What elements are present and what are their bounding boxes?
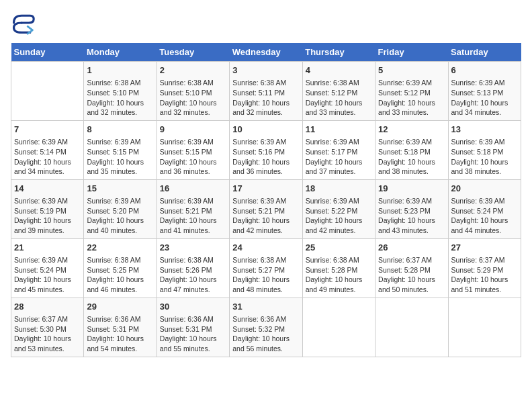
week-row-4: 21Sunrise: 6:39 AMSunset: 5:24 PMDayligh…	[11, 238, 521, 298]
calendar-cell: 6Sunrise: 6:39 AMSunset: 5:13 PMDaylight…	[448, 62, 521, 121]
day-number: 31	[232, 301, 299, 313]
calendar-cell: 31Sunrise: 6:36 AMSunset: 5:32 PMDayligh…	[230, 298, 302, 357]
calendar-cell: 1Sunrise: 6:38 AMSunset: 5:10 PMDaylight…	[84, 62, 157, 121]
day-info: Sunrise: 6:36 AMSunset: 5:31 PMDaylight:…	[160, 314, 226, 354]
weekday-header-sunday: Sunday	[11, 43, 84, 62]
calendar-cell: 26Sunrise: 6:37 AMSunset: 5:28 PMDayligh…	[375, 238, 448, 298]
week-row-3: 14Sunrise: 6:39 AMSunset: 5:19 PMDayligh…	[11, 179, 521, 238]
day-number: 14	[14, 183, 81, 195]
day-info: Sunrise: 6:39 AMSunset: 5:21 PMDaylight:…	[160, 196, 226, 236]
calendar-cell: 8Sunrise: 6:39 AMSunset: 5:15 PMDaylight…	[84, 120, 157, 179]
day-number: 12	[378, 124, 445, 136]
week-row-1: 1Sunrise: 6:38 AMSunset: 5:10 PMDaylight…	[11, 62, 521, 121]
logo-icon	[11, 11, 35, 35]
calendar-cell	[11, 62, 84, 121]
calendar-cell: 20Sunrise: 6:39 AMSunset: 5:24 PMDayligh…	[448, 179, 521, 238]
day-info: Sunrise: 6:39 AMSunset: 5:17 PMDaylight:…	[306, 137, 372, 177]
weekday-header-row: SundayMondayTuesdayWednesdayThursdayFrid…	[11, 43, 521, 62]
weekday-header-monday: Monday	[84, 43, 157, 62]
day-number: 30	[160, 301, 226, 313]
day-info: Sunrise: 6:37 AMSunset: 5:28 PMDaylight:…	[378, 255, 445, 295]
day-number: 25	[306, 242, 372, 254]
calendar-cell: 22Sunrise: 6:38 AMSunset: 5:25 PMDayligh…	[84, 238, 157, 298]
day-number: 7	[14, 124, 81, 136]
day-number: 1	[87, 64, 153, 77]
day-info: Sunrise: 6:39 AMSunset: 5:19 PMDaylight:…	[14, 196, 81, 236]
day-number: 26	[378, 242, 445, 254]
day-number: 15	[87, 183, 153, 195]
day-info: Sunrise: 6:39 AMSunset: 5:23 PMDaylight:…	[378, 196, 445, 236]
day-info: Sunrise: 6:39 AMSunset: 5:16 PMDaylight:…	[232, 137, 299, 177]
calendar-cell: 9Sunrise: 6:39 AMSunset: 5:15 PMDaylight…	[157, 120, 229, 179]
calendar-cell: 30Sunrise: 6:36 AMSunset: 5:31 PMDayligh…	[157, 298, 229, 357]
calendar-table: SundayMondayTuesdayWednesdayThursdayFrid…	[11, 43, 521, 357]
day-number: 21	[14, 242, 81, 254]
weekday-header-wednesday: Wednesday	[230, 43, 302, 62]
day-info: Sunrise: 6:38 AMSunset: 5:26 PMDaylight:…	[160, 255, 226, 295]
calendar-cell	[302, 298, 375, 357]
day-info: Sunrise: 6:39 AMSunset: 5:15 PMDaylight:…	[87, 137, 153, 177]
day-number: 17	[232, 183, 299, 195]
calendar-cell: 2Sunrise: 6:38 AMSunset: 5:10 PMDaylight…	[157, 62, 229, 121]
day-info: Sunrise: 6:38 AMSunset: 5:10 PMDaylight:…	[87, 78, 153, 118]
day-number: 8	[87, 124, 153, 136]
day-number: 20	[451, 183, 518, 195]
day-number: 27	[451, 242, 518, 254]
calendar-cell: 3Sunrise: 6:38 AMSunset: 5:11 PMDaylight…	[230, 62, 302, 121]
day-info: Sunrise: 6:39 AMSunset: 5:24 PMDaylight:…	[14, 255, 81, 295]
weekday-header-thursday: Thursday	[302, 43, 375, 62]
calendar-cell: 12Sunrise: 6:39 AMSunset: 5:18 PMDayligh…	[375, 120, 448, 179]
weekday-header-saturday: Saturday	[448, 43, 521, 62]
day-number: 23	[160, 242, 226, 254]
day-info: Sunrise: 6:39 AMSunset: 5:20 PMDaylight:…	[87, 196, 153, 236]
logo	[11, 11, 38, 35]
day-info: Sunrise: 6:38 AMSunset: 5:25 PMDaylight:…	[87, 255, 153, 295]
week-row-2: 7Sunrise: 6:39 AMSunset: 5:14 PMDaylight…	[11, 120, 521, 179]
day-number: 5	[378, 64, 445, 77]
day-info: Sunrise: 6:39 AMSunset: 5:21 PMDaylight:…	[232, 196, 299, 236]
calendar-cell	[375, 298, 448, 357]
day-info: Sunrise: 6:39 AMSunset: 5:22 PMDaylight:…	[306, 196, 372, 236]
calendar-cell: 4Sunrise: 6:38 AMSunset: 5:12 PMDaylight…	[302, 62, 375, 121]
day-info: Sunrise: 6:38 AMSunset: 5:11 PMDaylight:…	[232, 78, 299, 118]
calendar-cell: 16Sunrise: 6:39 AMSunset: 5:21 PMDayligh…	[157, 179, 229, 238]
calendar-cell: 25Sunrise: 6:38 AMSunset: 5:28 PMDayligh…	[302, 238, 375, 298]
day-info: Sunrise: 6:39 AMSunset: 5:14 PMDaylight:…	[14, 137, 81, 177]
day-number: 13	[451, 124, 518, 136]
day-info: Sunrise: 6:39 AMSunset: 5:12 PMDaylight:…	[378, 78, 445, 118]
calendar-cell: 5Sunrise: 6:39 AMSunset: 5:12 PMDaylight…	[375, 62, 448, 121]
day-number: 24	[232, 242, 299, 254]
day-number: 6	[451, 64, 518, 77]
week-row-5: 28Sunrise: 6:37 AMSunset: 5:30 PMDayligh…	[11, 298, 521, 357]
day-info: Sunrise: 6:36 AMSunset: 5:32 PMDaylight:…	[232, 314, 299, 354]
calendar-cell: 7Sunrise: 6:39 AMSunset: 5:14 PMDaylight…	[11, 120, 84, 179]
day-number: 16	[160, 183, 226, 195]
day-info: Sunrise: 6:39 AMSunset: 5:24 PMDaylight:…	[451, 196, 518, 236]
day-info: Sunrise: 6:39 AMSunset: 5:18 PMDaylight:…	[378, 137, 445, 177]
calendar-cell: 14Sunrise: 6:39 AMSunset: 5:19 PMDayligh…	[11, 179, 84, 238]
calendar-cell: 17Sunrise: 6:39 AMSunset: 5:21 PMDayligh…	[230, 179, 302, 238]
calendar-cell: 23Sunrise: 6:38 AMSunset: 5:26 PMDayligh…	[157, 238, 229, 298]
day-number: 4	[306, 64, 372, 77]
calendar-cell: 13Sunrise: 6:39 AMSunset: 5:18 PMDayligh…	[448, 120, 521, 179]
day-number: 22	[87, 242, 153, 254]
calendar-cell	[448, 298, 521, 357]
day-number: 10	[232, 124, 299, 136]
day-number: 28	[14, 301, 81, 313]
day-number: 9	[160, 124, 226, 136]
calendar-cell: 10Sunrise: 6:39 AMSunset: 5:16 PMDayligh…	[230, 120, 302, 179]
day-number: 18	[306, 183, 372, 195]
calendar-cell: 27Sunrise: 6:37 AMSunset: 5:29 PMDayligh…	[448, 238, 521, 298]
day-info: Sunrise: 6:38 AMSunset: 5:27 PMDaylight:…	[232, 255, 299, 295]
calendar-cell: 15Sunrise: 6:39 AMSunset: 5:20 PMDayligh…	[84, 179, 157, 238]
page-header	[11, 11, 521, 35]
calendar-cell: 19Sunrise: 6:39 AMSunset: 5:23 PMDayligh…	[375, 179, 448, 238]
calendar-cell: 29Sunrise: 6:36 AMSunset: 5:31 PMDayligh…	[84, 298, 157, 357]
calendar-cell: 24Sunrise: 6:38 AMSunset: 5:27 PMDayligh…	[230, 238, 302, 298]
day-info: Sunrise: 6:37 AMSunset: 5:29 PMDaylight:…	[451, 255, 518, 295]
day-info: Sunrise: 6:38 AMSunset: 5:12 PMDaylight:…	[306, 78, 372, 118]
calendar-cell: 18Sunrise: 6:39 AMSunset: 5:22 PMDayligh…	[302, 179, 375, 238]
day-number: 2	[160, 64, 226, 77]
day-number: 19	[378, 183, 445, 195]
weekday-header-friday: Friday	[375, 43, 448, 62]
